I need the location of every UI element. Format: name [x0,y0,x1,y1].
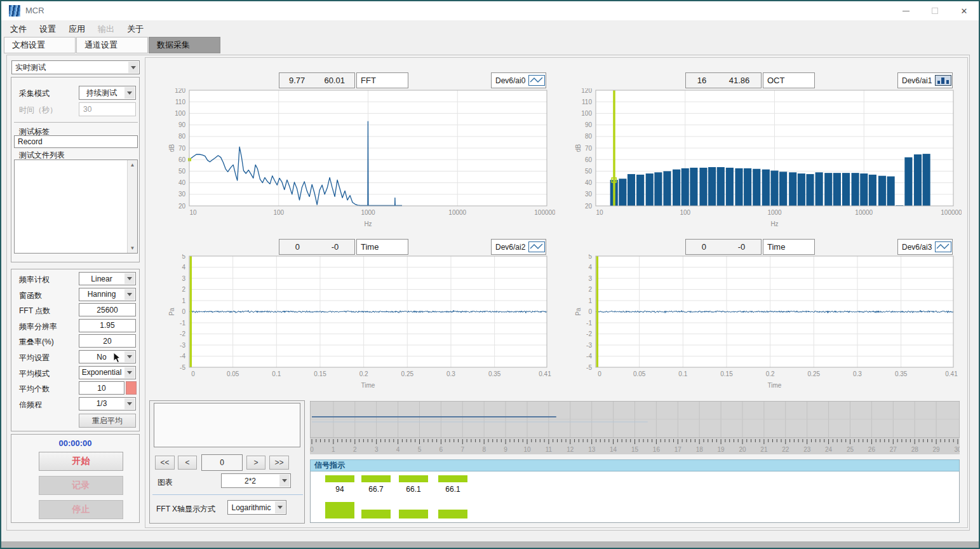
menu-item-1[interactable]: 设置 [39,24,56,35]
svg-text:0.41: 0.41 [539,370,551,377]
page-prev-button[interactable]: < [178,456,197,470]
svg-text:26: 26 [868,446,876,453]
svg-text:120: 120 [175,88,185,94]
cursor-y-value: 60.01 [324,76,345,85]
svg-text:-1: -1 [586,320,592,327]
svg-text:0.3: 0.3 [853,370,862,377]
svg-text:3: 3 [182,275,185,282]
svg-text:-4: -4 [586,353,592,360]
svg-text:50: 50 [585,168,593,175]
minimize-button[interactable] [891,1,920,20]
svg-text:0.3: 0.3 [446,370,455,377]
stop-button[interactable]: 停止 [39,500,123,519]
scroll-down-icon[interactable]: ▼ [128,243,137,253]
oct-plot[interactable]: 2030405060708090100110120101001000100001… [555,88,962,236]
record-button[interactable]: 记录 [39,476,123,495]
svg-text:3: 3 [375,446,379,453]
signal-panel-title: 信号指示 [310,459,960,471]
tab-0[interactable]: 文档设置 [4,37,76,53]
fft-axis-select[interactable]: Logarithmic [227,500,286,515]
time-plot[interactable]: -5-4-3-2-101234500.050.10.150.20.250.30.… [149,254,555,398]
analysis-select-0[interactable]: Linear [79,272,136,285]
analysis-input-4[interactable]: 20 [79,334,136,348]
tab-1[interactable]: 通道设置 [76,37,148,53]
page-number-field[interactable]: 0 [201,454,243,471]
svg-text:0.25: 0.25 [401,370,414,377]
fft-plot[interactable]: 2030405060708090100110120101001000100001… [149,88,555,236]
acq-mode-select[interactable]: 持续测试 [79,86,136,100]
page-last-button[interactable]: >> [269,456,289,470]
tag-input[interactable]: Record [14,135,138,148]
svg-text:0.15: 0.15 [314,370,326,377]
time-label: 时间（秒） [19,105,57,116]
record-overview-strip[interactable]: 0123456789101112131415161718192021222324… [310,401,960,454]
analysis-select-8[interactable]: 1/3 [79,397,136,410]
svg-text:29: 29 [933,446,941,453]
test-file-list[interactable]: ▲ ▼ [14,159,138,254]
start-button[interactable]: 开始 [39,452,123,471]
channel-box[interactable]: Dev6/ai2 [491,239,546,255]
tab-2[interactable]: 数据采集 [149,37,220,53]
cursor-readout: 0 -0 [279,239,355,255]
svg-text:50: 50 [178,168,186,175]
svg-text:24: 24 [825,446,833,453]
chart-type-box[interactable]: FFT [356,72,408,88]
menu-item-0[interactable]: 文件 [10,24,27,35]
analysis-select-5[interactable]: No [79,350,136,363]
chart-type-box[interactable]: Time [763,239,815,255]
divider [14,122,138,123]
analysis-input-7[interactable]: 10 [79,381,124,395]
signal-panel: 信号指示 9466.766.166.1 [310,459,960,523]
chevron-down-icon [275,501,285,513]
chart-type-box[interactable]: Time [356,239,408,255]
analysis-row-label: 频率计权 [19,274,50,285]
svg-text:20: 20 [178,203,186,210]
chart-layout-select[interactable]: 2*2 [221,473,291,488]
svg-text:90: 90 [585,121,593,128]
time-input[interactable]: 30 [79,102,136,116]
close-button[interactable]: ✕ [950,1,979,20]
analysis-row-label: FFT 点数 [19,306,50,316]
page-first-button[interactable]: << [155,456,175,470]
svg-text:25: 25 [847,446,854,453]
menu-item-2[interactable]: 应用 [69,24,85,35]
window-title: MCR [25,6,44,15]
channel-box[interactable]: Dev6/ai3 [897,239,953,255]
elapsed-timer: 00:00:00 [11,438,139,448]
analysis-row-label: 平均模式 [19,369,50,379]
svg-text:0.2: 0.2 [359,370,368,377]
analysis-row-label: 倍频程 [19,400,42,410]
svg-text:1000: 1000 [361,209,375,216]
svg-text:-2: -2 [586,330,592,337]
maximize-button[interactable] [920,1,950,20]
acq-mode-label: 采集模式 [19,88,50,99]
channel-box[interactable]: Dev6/ai1 [897,72,953,88]
analysis-select-6[interactable]: Exponential [79,366,136,379]
analysis-select-1[interactable]: Hanning [79,288,136,301]
time-plot[interactable]: -5-4-3-2-101234500.050.10.150.20.250.30.… [555,254,962,398]
scrollbar[interactable]: ▲ ▼ [127,160,137,253]
svg-text:11: 11 [546,446,553,453]
svg-text:Time: Time [768,382,782,389]
analysis-input-2[interactable]: 25600 [79,303,136,316]
svg-text:18: 18 [696,446,704,453]
restart-average-button[interactable]: 重启平均 [79,414,136,428]
page-next-button[interactable]: > [246,456,265,470]
analysis-row-label: 频率分辨率 [19,322,57,332]
scroll-up-icon[interactable]: ▲ [128,160,137,170]
svg-text:3: 3 [588,275,592,282]
svg-text:6: 6 [440,446,443,453]
test-mode-select[interactable]: 实时测试 [11,60,140,74]
menu-item-4[interactable]: 关于 [127,24,144,35]
svg-text:1: 1 [332,446,335,453]
svg-text:dB: dB [168,144,175,152]
analysis-input-3[interactable]: 1.95 [79,319,136,332]
svg-text:0.15: 0.15 [720,370,733,377]
svg-text:40: 40 [585,179,593,186]
chart-type-box[interactable]: OCT [763,72,815,88]
channel-box[interactable]: Dev6/ai0 [491,72,546,88]
chevron-down-icon [124,87,135,98]
svg-text:0.35: 0.35 [488,370,501,377]
svg-text:0: 0 [310,446,314,453]
svg-text:-1: -1 [180,320,185,327]
